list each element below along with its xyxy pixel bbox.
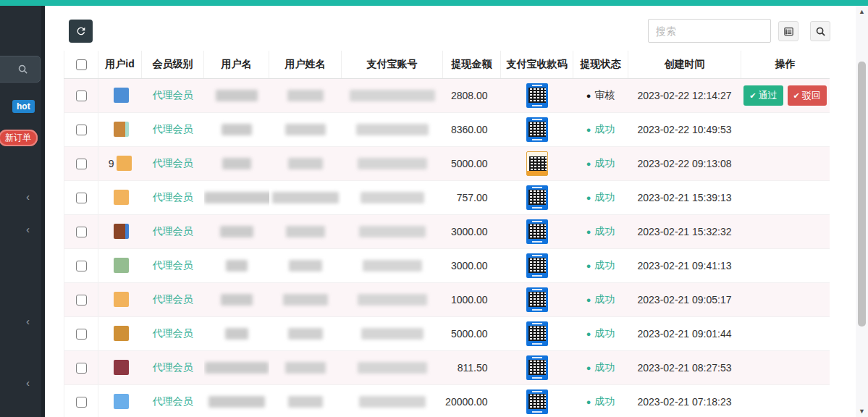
username-cell — [204, 180, 269, 214]
member-level-link[interactable]: 代理会员 — [153, 123, 193, 135]
withdraw-status: ●成功 — [573, 316, 628, 350]
table-search-input[interactable] — [648, 19, 771, 43]
realname-cell — [269, 384, 342, 417]
alipay-account-cell — [342, 384, 443, 417]
user-avatar — [114, 224, 129, 239]
row-checkbox[interactable] — [76, 125, 87, 135]
table-row: 代理会员811.50●成功2023-02-21 08:27:53 — [64, 350, 830, 384]
scrollbar-thumb[interactable] — [858, 62, 866, 327]
row-checkbox[interactable] — [76, 261, 87, 271]
created-time: 2023-02-21 09:01:44 — [628, 316, 741, 350]
page-scrollbar[interactable]: ▲ ▼ — [856, 6, 868, 417]
sidebar-collapse-icon[interactable]: ‹ — [26, 378, 30, 388]
redacted-username — [204, 192, 269, 203]
row-checkbox[interactable] — [76, 90, 87, 101]
row-checkbox[interactable] — [76, 329, 87, 340]
member-level-cell: 代理会员 — [142, 316, 204, 350]
sidebar-collapse-icon[interactable]: ‹ — [26, 224, 30, 235]
search-submit-button[interactable] — [810, 21, 830, 41]
redacted-username — [216, 90, 258, 101]
row-checkbox[interactable] — [76, 159, 87, 169]
reject-button[interactable]: ✔驳回 — [788, 85, 827, 106]
withdraw-status: ●成功 — [573, 146, 628, 180]
approve-button[interactable]: ✔通过 — [743, 85, 783, 106]
column-header: 操作 — [741, 51, 830, 78]
member-level-cell: 代理会员 — [142, 282, 204, 316]
alipay-qr-code[interactable] — [526, 253, 548, 278]
row-checkbox[interactable] — [76, 295, 87, 306]
username-cell — [204, 282, 269, 316]
alipay-qr-code[interactable] — [526, 389, 548, 414]
user-avatar — [114, 394, 129, 409]
row-checkbox[interactable] — [76, 227, 87, 237]
column-header: 支付宝收款码 — [501, 51, 573, 78]
qr-cell — [501, 112, 573, 146]
row-checkbox[interactable] — [76, 363, 87, 374]
alipay-qr-code[interactable] — [526, 117, 548, 142]
alipay-qr-code[interactable] — [526, 321, 548, 346]
status-dot-icon: ● — [586, 397, 591, 406]
member-level-link[interactable]: 代理会员 — [153, 191, 193, 203]
alipay-qr-code[interactable] — [526, 151, 548, 176]
withdraw-amount: 1000.00 — [443, 282, 501, 316]
redacted-username — [220, 226, 253, 237]
actions-cell: ✔通过✔驳回 — [741, 78, 830, 112]
qr-cell — [501, 214, 573, 248]
actions-cell — [741, 146, 830, 180]
status-dot-icon: ● — [586, 363, 591, 372]
realname-cell — [269, 146, 342, 180]
sidebar-collapse-icon[interactable]: ‹ — [26, 316, 30, 327]
member-level-link[interactable]: 代理会员 — [153, 259, 193, 271]
alipay-qr-code[interactable] — [526, 185, 548, 210]
redacted-alipay-account — [356, 124, 429, 135]
redacted-username — [226, 260, 248, 271]
refresh-button[interactable] — [69, 20, 93, 43]
hot-badge[interactable]: hot — [12, 100, 35, 113]
user-avatar — [114, 190, 129, 205]
member-level-link[interactable]: 代理会员 — [153, 361, 193, 373]
redacted-username — [205, 362, 269, 374]
created-time: 2023-02-21 09:41:13 — [628, 248, 741, 282]
user-avatar — [114, 88, 129, 103]
user-avatar — [114, 326, 129, 341]
alipay-qr-code[interactable] — [526, 219, 548, 244]
alipay-qr-code[interactable] — [526, 83, 548, 108]
sidebar-search-input[interactable] — [0, 56, 41, 83]
redacted-realname — [286, 226, 325, 237]
select-all-checkbox[interactable] — [76, 59, 87, 70]
alipay-qr-code[interactable] — [526, 287, 548, 312]
alipay-account-cell — [342, 180, 443, 214]
member-level-link[interactable]: 代理会员 — [153, 293, 193, 305]
new-order-badge[interactable]: 新订单 — [0, 130, 38, 146]
alipay-qr-code[interactable] — [526, 355, 548, 380]
member-level-link[interactable]: 代理会员 — [153, 157, 193, 169]
column-view-button[interactable] — [778, 21, 799, 41]
scroll-up-icon[interactable]: ▲ — [856, 8, 868, 15]
created-time: 2023-02-22 09:13:08 — [628, 146, 741, 180]
row-checkbox-cell — [64, 282, 98, 316]
member-level-link[interactable]: 代理会员 — [153, 89, 193, 101]
search-icon — [815, 26, 826, 37]
user-id-cell — [98, 112, 142, 146]
user-avatar — [114, 292, 129, 307]
refresh-icon — [75, 25, 87, 37]
realname-cell — [269, 316, 342, 350]
status-dot-icon: ● — [586, 329, 591, 338]
row-checkbox[interactable] — [76, 193, 87, 203]
withdraw-status: ●成功 — [573, 214, 628, 248]
redacted-alipay-account — [361, 328, 424, 340]
table-row: 9代理会员5000.00●成功2023-02-22 09:13:08 — [64, 146, 830, 180]
redacted-realname — [289, 260, 322, 271]
username-cell — [204, 350, 269, 384]
check-icon: ✔ — [793, 91, 800, 100]
row-checkbox-cell — [64, 112, 98, 146]
row-checkbox[interactable] — [76, 397, 87, 408]
top-accent-bar — [0, 0, 868, 6]
member-level-link[interactable]: 代理会员 — [153, 395, 193, 407]
member-level-link[interactable]: 代理会员 — [153, 225, 193, 237]
member-level-link[interactable]: 代理会员 — [153, 327, 193, 339]
status-dot-icon: ● — [586, 261, 591, 270]
sidebar-collapse-icon[interactable]: ‹ — [26, 192, 30, 202]
scroll-down-icon[interactable]: ▼ — [856, 408, 868, 415]
column-header: 用户id — [98, 51, 142, 78]
